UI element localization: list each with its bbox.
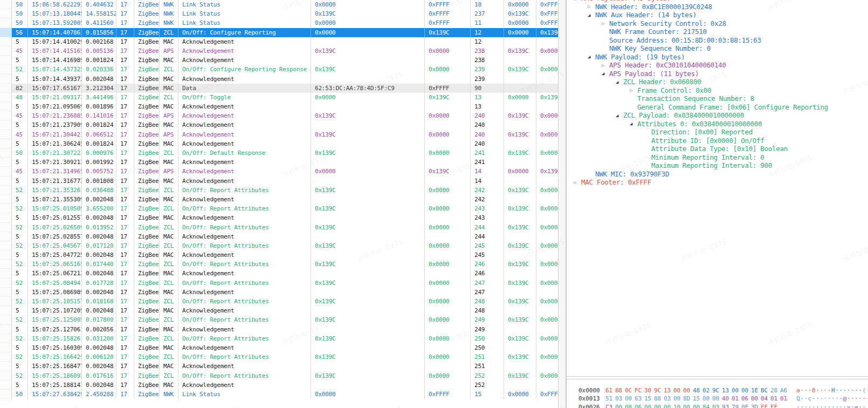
tree-item[interactable]: Attribute Data Type: [0x10] Boolean [567, 145, 868, 153]
table-row[interactable]: 8215:07:17.6516773.21230417ZigBeeMACData… [0, 84, 558, 93]
cell-gutter [0, 65, 12, 74]
table-row[interactable]: 515:07:25.0477250.00204817ZigBeeMACAckno… [0, 250, 558, 260]
tree-item[interactable]: NWK Key Sequence Number: 0 [567, 44, 868, 53]
tree-item[interactable]: ▷APS Header: 0xC301010400060140 [567, 61, 868, 70]
cell-ch: 17 [116, 120, 134, 130]
table-row[interactable]: 5215:07:25.0456770.01712017ZigBeeZCLOn/O… [0, 241, 558, 250]
cell-nsrc [504, 362, 536, 371]
tree-toggle-icon[interactable]: ◢ [602, 70, 609, 78]
cell-time: 15:07:25.158261 [28, 334, 82, 343]
table-row[interactable]: 515:07:14.4169890.00182417ZigBeeMACAckno… [0, 56, 558, 65]
cell-len: 50 [12, 18, 28, 28]
tree-toggle-icon[interactable]: ◢ [574, 0, 581, 3]
tree-item[interactable]: ◢APS Payload: (11 bytes) [567, 70, 868, 78]
table-row[interactable]: 5215:07:25.0265090.01395217ZigBeeZCLOn/O… [0, 223, 558, 232]
table-row[interactable]: 515:07:21.0950690.00189617ZigBeeMACAckno… [0, 102, 558, 111]
cell-ch: 17 [116, 167, 134, 176]
tree-toggle-icon[interactable]: ◢ [588, 11, 595, 20]
tree-toggle-icon[interactable]: ▷ [602, 62, 609, 70]
cell-src: 62:53:DC:AA:78:4D:5F:C9 [311, 84, 425, 93]
tree-item[interactable]: Attribute ID: [0x0000] On/Off [567, 137, 868, 145]
cell-ch: 17 [116, 139, 134, 148]
table-row[interactable]: 5215:07:25.1250050.01780017ZigBeeZCLOn/O… [0, 315, 558, 324]
tree-toggle-icon[interactable]: ▷ [574, 179, 581, 187]
table-row[interactable]: 515:07:21.2379090.00182417ZigBeeMACAckno… [0, 120, 558, 130]
table-row[interactable]: 5615:07:14.4078610.81585617ZigBeeZCLOn/O… [0, 28, 558, 37]
table-row[interactable]: 5215:07:25.0849410.01772817ZigBeeZCLOn/O… [0, 278, 558, 288]
cell-nsrc: 0x139C [504, 241, 536, 250]
tree-toggle-icon[interactable]: ▷ [602, 19, 609, 28]
tree-item[interactable]: ▷Network Security Control: 0x28 [567, 19, 868, 28]
table-row[interactable]: 5015:07:27.6384292.45028817ZigBeeNWKLink… [0, 390, 558, 399]
tree-item[interactable]: ◢NWK Aux Header: (14 bytes) [567, 11, 868, 19]
tree-item[interactable]: ▷Frame Control: 0x00 [567, 86, 868, 95]
cell-ch: 17 [116, 325, 134, 334]
cell-proto: ZigBee [134, 223, 160, 232]
table-row[interactable]: 515:07:14.4100290.00216817ZigBeeMACAckno… [0, 37, 558, 46]
tree-toggle-icon[interactable]: ◢ [588, 53, 595, 62]
tree-toggle-icon[interactable]: ◢ [630, 120, 637, 128]
table-row[interactable]: 515:07:21.3553090.00204817ZigBeeMACAckno… [0, 195, 558, 204]
hex-byte: 13 [722, 386, 732, 395]
table-row[interactable]: 5215:07:25.0105093.65520017ZigBeeZCLOn/O… [0, 204, 558, 213]
cell-gutter [0, 120, 12, 130]
table-row[interactable]: 5215:07:25.1051570.01816817ZigBeeZCLOn/O… [0, 297, 558, 306]
tree-toggle-icon[interactable]: ◢ [616, 78, 623, 87]
table-row[interactable]: 4515:07:21.3149650.00575217ZigBeeAPSAckn… [0, 167, 558, 176]
table-row[interactable]: 515:07:14.4393730.00204817ZigBeeMACAckno… [0, 74, 558, 84]
cell-gutter [0, 380, 12, 390]
tree-toggle-icon[interactable]: ▷ [630, 86, 637, 95]
table-row[interactable]: 515:07:21.3167730.00180817ZigBeeMACAckno… [0, 176, 558, 186]
table-row[interactable]: 515:07:25.1603090.00204817ZigBeeMACAckno… [0, 343, 558, 352]
table-row[interactable]: 515:07:25.0285570.00204817ZigBeeMACAckno… [0, 232, 558, 241]
tree-item[interactable]: General Command Frame: [0x06] Configure … [567, 103, 868, 112]
table-row[interactable]: 5215:07:25.0651650.01744017ZigBeeZCLOn/O… [0, 260, 558, 269]
tree-item[interactable]: Source Address: 00:15:8D:00:03:88:15:63 [567, 36, 868, 45]
tree-item[interactable]: Direction: [0x00] Reported [567, 128, 868, 137]
table-row[interactable]: 515:07:25.0672130.00204817ZigBeeMACAckno… [0, 269, 558, 278]
tree-toggle-icon[interactable]: ▷ [588, 3, 595, 11]
table-row[interactable]: 4515:07:21.2360850.14101617ZigBeeAPSAckn… [0, 111, 558, 120]
tree-item[interactable]: NWK Frame Counter: 217510 [567, 28, 868, 36]
tree-item[interactable]: ◢NWK Payload: (19 bytes) [567, 53, 868, 62]
tree-item[interactable]: NWK MIC: 0x93790F3D [567, 170, 868, 179]
table-row[interactable]: 4515:07:14.4151650.00513617ZigBeeAPSAckn… [0, 46, 558, 56]
table-row[interactable]: 515:07:25.0125570.00204817ZigBeeMACAckno… [0, 213, 558, 222]
table-row[interactable]: 4515:07:21.3044210.06651217ZigBeeAPSAckn… [0, 130, 558, 139]
tree-item[interactable]: ▷MAC Footer: 0xFFFF [567, 178, 868, 187]
table-row[interactable]: 5215:07:14.4373250.02033617ZigBeeZCLOn/O… [0, 65, 558, 74]
hex-ascii-char: · [858, 386, 862, 395]
table-row[interactable]: 5015:06:58.6222930.40463217ZigBeeNWKLink… [0, 0, 558, 9]
table-row[interactable]: 4815:07:21.0931733.44149617ZigBeeZCLOn/O… [0, 93, 558, 102]
tree-item[interactable]: Transaction Sequence Number: 8 [567, 94, 868, 103]
table-row[interactable]: 5215:07:21.3532610.03648817ZigBeeZCLOn/O… [0, 186, 558, 195]
cell-len: 5 [12, 56, 28, 65]
tree-item[interactable]: ◢ZCL Payload: 0x0384000010000000 [567, 111, 868, 120]
tree-item-label: Minimum Reporting Interval: 0 [651, 153, 764, 161]
table-row[interactable]: 515:07:21.3092130.00199217ZigBeeMACAckno… [0, 158, 558, 167]
tree-item[interactable]: ◢Attributes 0: 0x0384000010000000 [567, 120, 868, 128]
table-row[interactable]: 515:07:25.1270610.00205617ZigBeeMACAckno… [0, 325, 558, 334]
table-row[interactable]: 5015:07:13.5920050.41156017ZigBeeNWKLink… [0, 18, 558, 28]
tree-item-label: Frame Control: 0x00 [637, 86, 711, 94]
tree-item[interactable]: Minimum Reporting Interval: 0 [567, 153, 868, 162]
table-row[interactable]: 5215:07:25.1664290.00612017ZigBeeZCLOn/O… [0, 352, 558, 362]
table-row[interactable]: 515:07:25.1684770.00204817ZigBeeMACAckno… [0, 362, 558, 371]
cell-dst: 0x0000 [425, 352, 471, 362]
cell-seq: 237 [471, 9, 504, 18]
table-row[interactable]: 515:07:25.0869890.00204817ZigBeeMACAckno… [0, 288, 558, 297]
tree-item[interactable]: ▷NWK Header: 0xBC1E0000139C0248 [567, 3, 868, 11]
table-row[interactable]: 5215:07:25.1860930.01761617ZigBeeZCLOn/O… [0, 371, 558, 380]
table-row[interactable]: 515:07:21.3062450.00182417ZigBeeMACAckno… [0, 139, 558, 148]
table-row[interactable]: 5215:07:25.1582610.03120017ZigBeeZCLOn/O… [0, 334, 558, 343]
table-row[interactable]: 515:07:25.1072050.00204817ZigBeeMACAckno… [0, 306, 558, 315]
tree-item[interactable]: Maximum Reporting Interval: 900 [567, 161, 868, 170]
table-row[interactable]: 5015:07:13.18044514.55815217ZigBeeNWKLin… [0, 9, 558, 18]
cell-len: 5 [12, 250, 28, 260]
tree-item[interactable]: ◢ZCL Header: 0x060800 [567, 78, 868, 86]
table-row[interactable]: 5015:07:21.3072210.00097617ZigBeeZCLOn/O… [0, 148, 558, 158]
tree-toggle-icon[interactable]: ◢ [616, 112, 623, 120]
cell-proto: ZigBee [134, 260, 160, 269]
vertical-scrollbar[interactable] [558, 0, 566, 408]
table-row[interactable]: 515:07:25.1881410.00204817ZigBeeMACAckno… [0, 380, 558, 390]
